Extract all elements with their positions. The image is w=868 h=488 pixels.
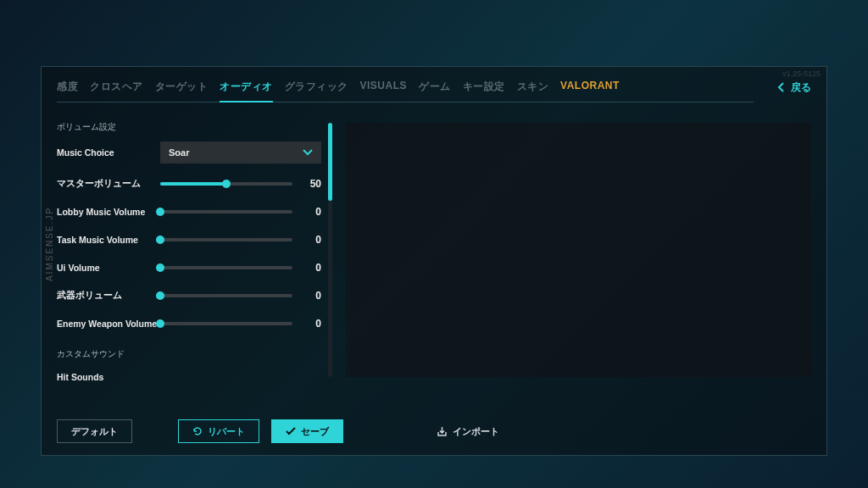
settings-panel: ボリューム設定 Music Choice Soar マスターボリューム50Lob… — [57, 118, 321, 408]
volume-slider[interactable] — [160, 238, 292, 241]
tab-7[interactable]: キー設定 — [463, 80, 505, 102]
volume-slider[interactable] — [160, 210, 292, 214]
music-choice-select[interactable]: Soar — [160, 141, 321, 164]
volume-slider[interactable] — [160, 322, 292, 325]
slider-value: 0 — [303, 290, 321, 302]
music-choice-label: Music Choice — [57, 147, 160, 158]
slider-fill — [160, 182, 226, 186]
tab-4[interactable]: グラフィック — [285, 80, 348, 102]
slider-row-4: 武器ボリューム0 — [57, 287, 321, 304]
slider-wrap: 0 — [160, 318, 321, 330]
slider-wrap: 0 — [160, 206, 321, 218]
hit-sounds-row: Hit Sounds — [57, 369, 321, 385]
back-label: 戻る — [791, 80, 811, 95]
settings-window: 感度クロスヘアターゲットオーディオグラフィックVISUALSゲームキー設定スキン… — [41, 66, 827, 456]
slider-thumb[interactable] — [222, 180, 231, 188]
slider-value: 0 — [303, 262, 321, 274]
back-button[interactable]: 戻る — [777, 80, 811, 102]
slider-row-1: Lobby Music Volume0 — [57, 203, 321, 220]
slider-label: マスターボリューム — [57, 178, 160, 190]
chevron-down-icon — [303, 149, 313, 156]
default-button-label: デフォルト — [71, 425, 118, 438]
tab-bar: 感度クロスヘアターゲットオーディオグラフィックVISUALSゲームキー設定スキン… — [42, 67, 826, 103]
refresh-icon — [192, 426, 203, 436]
scrollbar-track[interactable] — [328, 123, 332, 377]
slider-value: 50 — [303, 178, 321, 190]
tab-9[interactable]: VALORANT — [560, 80, 620, 102]
slider-label: 武器ボリューム — [57, 290, 160, 302]
tab-2[interactable]: ターゲット — [155, 80, 209, 102]
tabs-container: 感度クロスヘアターゲットオーディオグラフィックVISUALSゲームキー設定スキン… — [57, 80, 754, 103]
slider-row-3: Ui Volume0 — [57, 259, 321, 276]
slider-wrap: 0 — [160, 234, 321, 246]
slider-thumb[interactable] — [156, 208, 164, 216]
tab-0[interactable]: 感度 — [57, 80, 78, 102]
slider-value: 0 — [303, 234, 321, 246]
import-button-label: インポート — [453, 425, 499, 438]
slider-thumb[interactable] — [156, 319, 164, 328]
scrollbar-thumb[interactable] — [328, 123, 332, 201]
volume-slider[interactable] — [160, 182, 292, 186]
tab-1[interactable]: クロスヘア — [90, 80, 143, 102]
tab-5[interactable]: VISUALS — [360, 80, 408, 102]
volume-slider[interactable] — [160, 294, 292, 297]
slider-label: Ui Volume — [57, 263, 160, 273]
slider-label: Lobby Music Volume — [57, 207, 160, 217]
slider-thumb[interactable] — [156, 291, 164, 300]
check-icon — [286, 427, 296, 435]
slider-row-2: Task Music Volume0 — [57, 231, 321, 248]
slider-value: 0 — [303, 318, 321, 330]
default-button[interactable]: デフォルト — [57, 419, 132, 443]
content-area: ボリューム設定 Music Choice Soar マスターボリューム50Lob… — [42, 103, 826, 408]
slider-label: Task Music Volume — [57, 235, 160, 245]
tab-6[interactable]: ゲーム — [419, 80, 451, 102]
import-button[interactable]: インポート — [423, 419, 513, 443]
slider-thumb[interactable] — [156, 263, 164, 272]
footer-bar: デフォルト リバート セーブ インポート — [42, 408, 826, 455]
music-choice-value: Soar — [169, 147, 189, 158]
slider-row-5: Enemy Weapon Volume0 — [57, 315, 321, 332]
save-button-label: セーブ — [301, 425, 329, 438]
volume-section-title: ボリューム設定 — [57, 121, 321, 133]
slider-label: Enemy Weapon Volume — [57, 319, 160, 329]
slider-wrap: 0 — [160, 262, 321, 274]
slider-wrap: 0 — [160, 290, 321, 302]
slider-thumb[interactable] — [156, 236, 164, 244]
save-button[interactable]: セーブ — [271, 419, 343, 443]
music-choice-row: Music Choice Soar — [57, 141, 321, 164]
slider-value: 0 — [303, 206, 321, 218]
custom-sound-section-title: カスタムサウンド — [57, 348, 321, 360]
preview-panel — [346, 123, 811, 377]
tab-8[interactable]: スキン — [517, 80, 549, 102]
slider-wrap: 50 — [160, 178, 321, 190]
hit-sounds-label: Hit Sounds — [57, 372, 160, 382]
revert-button-label: リバート — [208, 425, 245, 438]
slider-row-0: マスターボリューム50 — [57, 175, 321, 192]
revert-button[interactable]: リバート — [178, 419, 259, 443]
chevron-left-icon — [777, 82, 786, 92]
tab-3[interactable]: オーディオ — [220, 80, 273, 103]
import-icon — [437, 426, 448, 437]
volume-slider[interactable] — [160, 266, 292, 269]
